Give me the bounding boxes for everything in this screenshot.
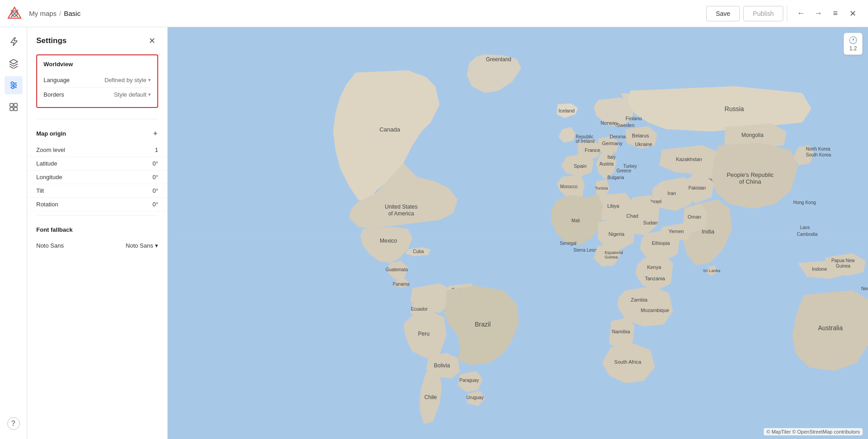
publish-button[interactable]: Publish	[743, 6, 783, 21]
font-fallback-title: Font fallback	[36, 226, 158, 233]
svg-text:Libya: Libya	[607, 203, 620, 209]
help-button[interactable]: ?	[7, 417, 20, 430]
svg-text:Morocco: Morocco	[560, 184, 578, 189]
clock-icon: 🕐	[849, 36, 858, 44]
main-layout: ? Settings ✕ Worldview Language Defined …	[0, 27, 868, 439]
sliders-button[interactable]	[5, 76, 23, 94]
borders-select[interactable]: Style default ▾	[114, 91, 151, 98]
label-bolivia: Bolivia	[434, 362, 450, 369]
label-cuba: Cuba	[413, 249, 424, 254]
breadcrumb-title: Basic	[64, 10, 81, 17]
borders-chevron: ▾	[148, 92, 151, 98]
svg-text:Belarus: Belarus	[632, 133, 649, 138]
language-label: Language	[44, 77, 70, 83]
svg-text:South Africa: South Africa	[614, 359, 641, 365]
label-peru: Peru	[418, 331, 429, 337]
latitude-value: 0°	[153, 160, 158, 167]
map-area[interactable]: Greenland Iceland Canada United States o…	[168, 27, 868, 439]
svg-text:Papua New: Papua New	[831, 258, 855, 263]
zoom-value: 1	[155, 146, 158, 153]
svg-text:Sweden: Sweden	[616, 122, 635, 128]
map-origin-title: Map origin	[36, 130, 66, 137]
svg-text:of China: of China	[739, 178, 761, 185]
longitude-row: Longitude 0°	[27, 171, 167, 184]
borders-row: Borders Style default ▾	[44, 88, 151, 102]
svg-text:Ukraine: Ukraine	[635, 141, 652, 147]
forward-button[interactable]: →	[810, 5, 826, 22]
settings-panel: Settings ✕ Worldview Language Defined by…	[27, 27, 168, 439]
settings-close-button[interactable]: ✕	[145, 34, 158, 47]
lightning-button[interactable]	[5, 33, 23, 51]
svg-text:Pakistan: Pakistan	[689, 185, 706, 190]
svg-text:Namibia: Namibia	[612, 329, 630, 334]
zoom-row: Zoom level 1	[27, 143, 167, 157]
tilt-value: 0°	[153, 187, 158, 194]
font-row: Noto Sans Noto Sans ▾	[36, 239, 158, 253]
svg-text:Mozambique: Mozambique	[641, 307, 669, 313]
breadcrumb: My maps / Basic	[29, 10, 706, 17]
svg-text:Tunisia: Tunisia	[595, 186, 608, 190]
breadcrumb-my-maps[interactable]: My maps	[29, 10, 57, 17]
zoom-label: Zoom level	[36, 146, 65, 153]
svg-text:Sudan: Sudan	[643, 220, 658, 225]
back-button[interactable]: ←	[793, 5, 809, 22]
longitude-label: Longitude	[36, 174, 62, 180]
svg-text:Senegal: Senegal	[560, 241, 577, 246]
latitude-label: Latitude	[36, 160, 57, 167]
label-usa: United States	[385, 204, 417, 210]
worldview-section: Worldview Language Defined by style ▾ Bo…	[27, 54, 167, 115]
language-chevron: ▾	[148, 77, 151, 83]
svg-text:Italy: Italy	[607, 155, 616, 160]
svg-rect-10	[10, 107, 13, 111]
latitude-row: Latitude 0°	[27, 157, 167, 171]
svg-text:Russia: Russia	[725, 105, 744, 112]
label-brazil: Brazil	[475, 321, 490, 328]
label-iceland: Iceland	[558, 108, 574, 113]
map-attribution: © MapTiler © OpenStreetMap contributors	[764, 428, 863, 435]
svg-text:Iran: Iran	[668, 190, 676, 196]
save-button[interactable]: Save	[706, 6, 740, 21]
svg-text:Bulgaria: Bulgaria	[607, 175, 624, 180]
rotation-label: Rotation	[36, 201, 58, 208]
svg-text:Oman: Oman	[688, 214, 701, 220]
label-uruguay: Uruguay	[466, 395, 484, 400]
divider-1	[36, 119, 158, 119]
svg-text:Kenya: Kenya	[647, 264, 661, 270]
svg-text:Zambia: Zambia	[631, 297, 648, 302]
layers-button[interactable]	[5, 54, 23, 73]
rotation-value: 0°	[153, 201, 158, 208]
label-chile: Chile	[424, 394, 437, 400]
font-select[interactable]: Noto Sans ▾	[126, 242, 158, 249]
tilt-row: Tilt 0°	[27, 184, 167, 198]
svg-text:Germany: Germany	[602, 141, 623, 146]
extensions-button[interactable]	[5, 98, 23, 116]
worldview-title: Worldview	[44, 61, 151, 68]
svg-text:Sri Lanka: Sri Lanka	[703, 268, 720, 273]
svg-text:People's Republic: People's Republic	[727, 171, 774, 178]
svg-text:Laos: Laos	[800, 225, 810, 230]
svg-text:Mongolia: Mongolia	[742, 132, 764, 138]
svg-text:Mali: Mali	[572, 218, 580, 223]
close-button[interactable]: ✕	[844, 5, 861, 22]
version-badge[interactable]: 🕐 1.2	[844, 33, 863, 55]
map-origin-icon[interactable]: ✦	[152, 129, 158, 138]
app-logo	[7, 6, 22, 21]
label-panama: Panama	[393, 282, 410, 287]
svg-rect-9	[14, 103, 17, 107]
version-number: 1.2	[849, 45, 857, 52]
svg-text:Tanzania: Tanzania	[645, 276, 665, 281]
language-select[interactable]: Defined by style ▾	[105, 77, 151, 83]
borders-value: Style default	[114, 91, 146, 98]
label-usa2: of America	[388, 210, 414, 217]
menu-button[interactable]: ≡	[827, 5, 844, 22]
font-fallback-section: Font fallback Noto Sans Noto Sans ▾	[27, 219, 167, 260]
svg-text:Ethiopia: Ethiopia	[652, 240, 670, 246]
font-label: Noto Sans	[36, 242, 64, 249]
svg-text:Yemen: Yemen	[669, 229, 684, 234]
tilt-label: Tilt	[36, 187, 44, 194]
svg-text:Hong Kong: Hong Kong	[793, 200, 816, 205]
svg-text:Austria: Austria	[599, 161, 614, 166]
svg-text:Norway: Norway	[601, 120, 618, 126]
svg-text:Sierra Leone: Sierra Leone	[573, 248, 600, 253]
label-ecuador: Ecuador	[411, 307, 428, 312]
